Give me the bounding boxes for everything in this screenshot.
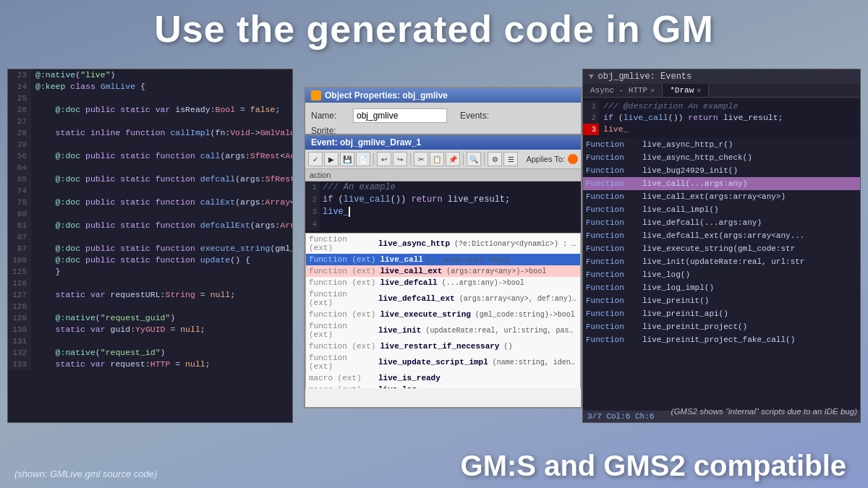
event-name: live_preinit_project() [642,320,747,333]
status-position: 3/7 Col:6 Ch:6 [587,412,654,421]
ac-item-is-ready[interactable]: macro (ext) live_is_ready [306,372,580,384]
obj-properties-titlebar: Object Properties: obj_gmlive [305,88,581,103]
ac-item-async[interactable]: function (ext) live_async_http (?e:Dicti… [306,234,580,254]
ac-type: macro (ext) [309,374,374,382]
ac-item-restart[interactable]: function (ext) live_restart_if_necessary… [306,341,580,352]
name-input[interactable] [353,108,447,123]
tab-draw[interactable]: *Draw ✕ [663,84,709,97]
ac-item-defcall[interactable]: function (ext) live_defcall (...args:any… [306,277,580,288]
list-item[interactable]: Function live_preinit_api() [583,307,860,320]
ac-name: live_init [378,326,421,335]
table-row: 87 @:doc public static function execute_… [8,243,292,254]
event-type: Function [586,216,637,229]
event-titlebar: Event: obj_gmlive_Draw_1 [305,135,581,150]
toolbar-search[interactable]: 🔍 [467,152,481,166]
table-row: 129 @:native("request_guid") [8,312,292,324]
ac-desc: (updateRate:real, url:string, password:s… [425,327,577,335]
list-item[interactable]: Function live_async_http_r() [583,138,860,151]
event-name: live_preinit_api() [642,307,728,320]
event-code-area[interactable]: 1 /// An example 2 if (live_call()) retu… [305,181,581,388]
ac-name: live_execute_string [380,310,470,319]
table-row: 2 if (live_call()) return live_result; [305,194,581,206]
ac-desc: () [503,343,512,351]
autocomplete-dropdown[interactable]: function (ext) live_async_http (?e:Dicti… [305,233,581,388]
triangle-icon: ▼ [589,72,594,81]
list-item[interactable]: Function live_preinit_project() [583,320,860,333]
ac-item-call-ext[interactable]: function (ext) live_call_ext (args:array… [306,265,580,277]
event-type: Function [586,281,637,294]
name-label: Name: [311,111,347,121]
event-type: Function [586,242,637,255]
list-item[interactable]: Function live_defcall_ext(args:array<any… [583,229,860,242]
toolbar-paste[interactable]: 📌 [446,152,460,166]
ac-item-call[interactable]: function (ext) live_call (...args:any)->… [306,254,580,265]
event-name: live_defcall_ext(args:array<any... [642,229,804,242]
toolbar-settings[interactable]: ⚙ [488,152,502,166]
table-row: 1 /// @description An example [583,100,860,112]
ac-name: live_call_ext [380,267,442,275]
ac-desc: (args:array<any>)->bool [446,267,546,275]
toolbar-run[interactable]: ▶ [324,152,339,166]
table-row: 131 [8,335,292,347]
events-list-title: obj_gmlive: Events [598,72,692,82]
toolbar-undo[interactable]: ↩ [377,152,391,166]
ac-type: macro (ext) [309,385,374,388]
applies-to: Applies To: [526,154,578,164]
ac-name: live_restart_if_necessary [380,342,499,351]
ac-desc: (...args:any)->bool [442,279,524,287]
ac-item-log[interactable]: macro (ext) live_log [306,384,580,388]
list-item[interactable]: Function live_init(updateRate:real, url:… [583,255,860,268]
list-item[interactable]: Function live_async_http_check() [583,151,860,164]
toolbar-redo[interactable]: ↪ [393,152,407,166]
table-row: 126 [8,278,292,289]
ac-type: function (ext) [309,354,374,371]
ac-type: function (ext) [309,322,374,339]
event-name: live_bug24929_init() [642,164,738,177]
ac-item-update-script-impl[interactable]: function (ext) live_update_script_impl (… [306,352,580,372]
list-item[interactable]: Function live_log_impl() [583,281,860,294]
toolbar-more[interactable]: ☰ [503,152,518,166]
tab-async-http[interactable]: Async - HTTP ✕ [583,84,663,97]
list-item[interactable]: Function live_preinit_project_fake_call(… [583,333,860,346]
event-type: Function [586,138,637,151]
list-item[interactable]: Function live_call_impl() [583,203,860,216]
events-list-titlebar: ▼ obj_gmlive: Events [583,69,860,84]
list-item[interactable]: Function live_log() [583,268,860,281]
event-toolbar: ✓ ▶ 💾 📄 ↩ ↪ ✂ 📋 📌 🔍 ⚙ ☰ Applies To: [305,150,581,169]
events-label: Events: [460,111,489,121]
ac-item-exec-string[interactable]: function (ext) live_execute_string (gml_… [306,309,580,320]
ac-name: live_update_script_impl [378,358,488,367]
toolbar-save[interactable]: 💾 [340,152,354,166]
ac-item-init[interactable]: function (ext) live_init (updateRate:rea… [306,320,580,341]
event-name: live_call(...args:any) [642,177,747,190]
list-item[interactable]: Function live_preinit() [583,294,860,307]
toolbar-check[interactable]: ✓ [308,152,323,166]
table-row: 130 static var guid:YyGUID = null; [8,324,292,335]
toolbar-save2[interactable]: 📄 [356,152,370,166]
tab-async-close[interactable]: ✕ [650,86,655,95]
ac-type: function (ext) [309,235,374,252]
list-item[interactable]: Function live_execute_string(gml_code:st… [583,242,860,255]
list-item[interactable]: Function live_call_ext(args:array<any>) [583,190,860,203]
list-item[interactable]: Function live_defcall(...args:any) [583,216,860,229]
ac-type: function (ext) [309,267,375,275]
ac-type: function (ext) [309,310,375,319]
table-row: 24 @:keep class GmlLive { [8,81,292,93]
table-row: 29 [8,139,292,150]
table-row: 132 @:native("request_id") [8,347,292,359]
tab-draw-close[interactable]: ✕ [697,86,701,95]
table-row: 127 static var requestURL:String = null; [8,289,292,301]
list-item[interactable]: Function live_call(...args:any) [583,177,860,190]
ac-item-defcall-ext[interactable]: function (ext) live_defcall_ext (args:ar… [306,288,580,309]
toolbar-cut[interactable]: ✂ [414,152,428,166]
toolbar-copy[interactable]: 📋 [430,152,444,166]
tab-draw-label: *Draw [670,86,694,95]
event-type: Function [586,229,637,242]
event-type: Function [586,151,637,164]
source-code-panel: 23 @:native("live") 24 @:keep class GmlL… [7,69,293,423]
event-name: live_preinit_project_fake_call() [642,333,795,346]
event-name: live_call_impl() [642,203,719,216]
table-row: 28 static inline function callImpl(fn:Vo… [8,127,292,139]
list-item[interactable]: Function live_bug24929_init() [583,164,860,177]
ac-desc: (?e:Dictionary<dynamic>) : Goes into A [454,240,577,248]
